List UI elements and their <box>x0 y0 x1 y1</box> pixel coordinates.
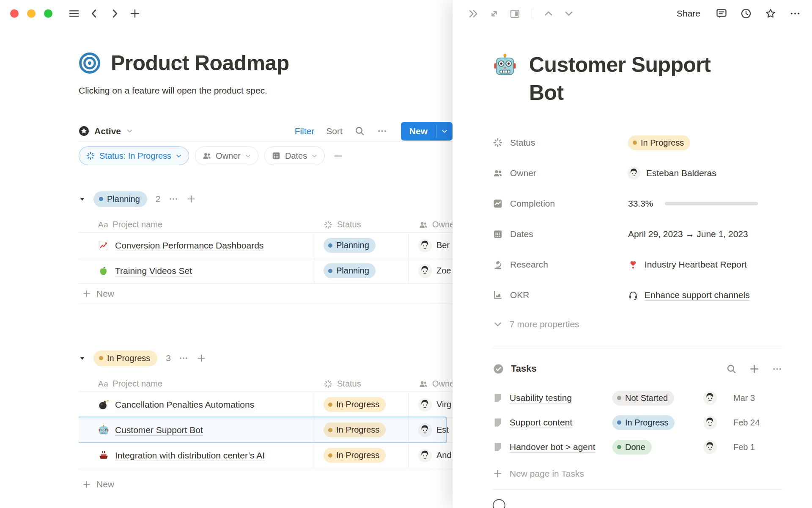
table-row[interactable]: Integration with distribution center’s A… <box>79 443 453 468</box>
status-cell[interactable]: Planning <box>314 233 409 258</box>
column-header-owner[interactable]: Owner <box>409 220 453 229</box>
owner-cell[interactable]: Zoe <box>409 258 453 283</box>
property-value[interactable]: Esteban Balderas <box>628 167 716 179</box>
zoom-window-button[interactable] <box>44 9 52 18</box>
tasks-more-button[interactable] <box>772 364 782 374</box>
close-peek-button[interactable] <box>468 8 479 19</box>
column-header-name[interactable]: AaProject name <box>79 379 314 389</box>
ellipsis-icon <box>168 194 178 204</box>
date-range[interactable]: April 29, 2023 → June 1, 2023 <box>628 229 748 239</box>
group-toggle[interactable] <box>79 196 86 203</box>
owner-cell[interactable]: Est <box>409 417 453 442</box>
peek-mode-button[interactable] <box>509 8 521 19</box>
filter-chip-owner[interactable]: Owner <box>195 146 258 165</box>
property-label[interactable]: Status <box>493 138 628 148</box>
page-link[interactable]: Training Videos Set <box>98 265 192 276</box>
property-value[interactable]: In Progress <box>628 135 690 150</box>
status-cell[interactable]: In Progress <box>314 417 409 442</box>
table-row[interactable]: Cancellation Penalties Automations In Pr… <box>79 392 453 417</box>
task-row[interactable]: Handover bot > agent Done Feb 1 <box>493 435 782 459</box>
status-cell[interactable]: In Progress <box>314 443 409 468</box>
history-button[interactable] <box>740 8 752 19</box>
column-header-status[interactable]: Status <box>314 220 409 229</box>
search-button[interactable] <box>354 126 365 136</box>
new-page-in-tasks-button[interactable]: New page in Tasks <box>493 464 782 483</box>
divider <box>493 348 782 348</box>
add-filter-icon[interactable] <box>334 155 342 157</box>
owner-cell[interactable]: Virg <box>409 392 453 417</box>
filter-chip-dates[interactable]: Dates <box>264 146 325 165</box>
view-tab-active[interactable]: Active <box>79 126 133 136</box>
owner-cell[interactable]: Ber <box>409 233 453 258</box>
close-window-button[interactable] <box>10 9 19 18</box>
person-face-icon <box>419 449 431 462</box>
target-page-icon[interactable] <box>79 52 101 74</box>
share-button[interactable]: Share <box>677 8 700 19</box>
relation-link[interactable]: Enhance support channels <box>628 290 750 300</box>
property-label[interactable]: Owner <box>493 168 628 178</box>
group-add-button[interactable] <box>196 353 206 363</box>
bomb-icon <box>98 399 109 410</box>
table-row[interactable]: Training Videos Set Planning Zoe <box>79 258 453 284</box>
status-cell[interactable]: Planning <box>314 258 409 283</box>
sort-button[interactable]: Sort <box>326 126 343 136</box>
group-status-badge[interactable]: Planning <box>93 191 147 207</box>
filter-button[interactable]: Filter <box>295 126 315 136</box>
robot-page-icon[interactable] <box>493 53 517 78</box>
next-page-button[interactable] <box>563 8 574 19</box>
column-header-owner[interactable]: Owner <box>409 379 453 389</box>
tasks-add-button[interactable] <box>749 363 760 375</box>
property-label[interactable]: Dates <box>493 229 628 239</box>
owner-cell[interactable]: And <box>409 443 453 468</box>
group-more-button[interactable] <box>168 194 178 204</box>
page-link[interactable]: Customer Support Bot <box>98 425 203 436</box>
property-label[interactable]: OKR <box>493 290 628 300</box>
group-status-badge[interactable]: In Progress <box>93 351 157 366</box>
triangle-down-icon <box>79 196 86 203</box>
page-link[interactable]: Conversion Performance Dashboards <box>98 240 263 251</box>
task-row[interactable]: Usability testing Not Started Mar 3 <box>493 386 782 410</box>
group-more-button[interactable] <box>178 353 189 363</box>
add-row-button[interactable]: New <box>79 474 453 491</box>
in-progress-table: AaProject name Status Owner Cancellation… <box>79 376 453 491</box>
page-more-button[interactable] <box>789 8 801 19</box>
comments-button[interactable] <box>716 8 727 19</box>
new-button-dropdown[interactable] <box>436 122 453 141</box>
expand-page-button[interactable] <box>488 8 500 19</box>
task-link[interactable]: Handover bot > agent <box>493 442 612 452</box>
table-row-selected[interactable]: Customer Support Bot In Progress Est <box>79 417 453 443</box>
person-face-icon <box>704 392 716 404</box>
group-toggle[interactable] <box>79 355 86 362</box>
property-label[interactable]: Research <box>493 260 628 270</box>
page-link[interactable]: Cancellation Penalties Automations <box>98 399 254 410</box>
task-date: Mar 3 <box>733 393 755 403</box>
property-owner: Owner Esteban Balderas <box>493 163 782 184</box>
new-button[interactable]: New <box>401 122 453 141</box>
previous-page-button[interactable] <box>543 8 554 19</box>
status-badge: In Progress <box>612 415 675 430</box>
property-label[interactable]: Completion <box>493 199 628 209</box>
more-properties-button[interactable]: 7 more properties <box>493 315 782 334</box>
task-link[interactable]: Usability testing <box>493 393 612 403</box>
chevron-down-icon <box>563 8 574 19</box>
tasks-title[interactable]: Tasks <box>511 363 537 374</box>
task-row[interactable]: Support content In Progress Feb 24 <box>493 410 782 435</box>
relation-link[interactable]: Industry Heartbeat Report <box>628 260 747 270</box>
group-add-button[interactable] <box>186 194 196 204</box>
page-link[interactable]: Integration with distribution center’s A… <box>98 450 265 461</box>
new-button-label: New <box>401 122 436 141</box>
add-row-button[interactable]: New <box>79 284 453 304</box>
column-header-name[interactable]: AaProject name <box>79 220 314 229</box>
people-icon <box>419 220 428 229</box>
filter-chip-status[interactable]: Status: In Progress <box>79 146 189 165</box>
task-link[interactable]: Support content <box>493 417 612 428</box>
toolbar-more-button[interactable] <box>377 126 387 136</box>
minimize-window-button[interactable] <box>27 9 36 18</box>
tasks-search-button[interactable] <box>726 364 737 374</box>
status-cell[interactable]: In Progress <box>314 392 409 417</box>
table-row[interactable]: Conversion Performance Dashboards Planni… <box>79 233 453 258</box>
favorite-button[interactable] <box>765 8 776 19</box>
chevron-down-icon <box>311 153 318 159</box>
column-header-status[interactable]: Status <box>314 379 409 389</box>
filter-chip-label: Status: In Progress <box>99 151 171 161</box>
